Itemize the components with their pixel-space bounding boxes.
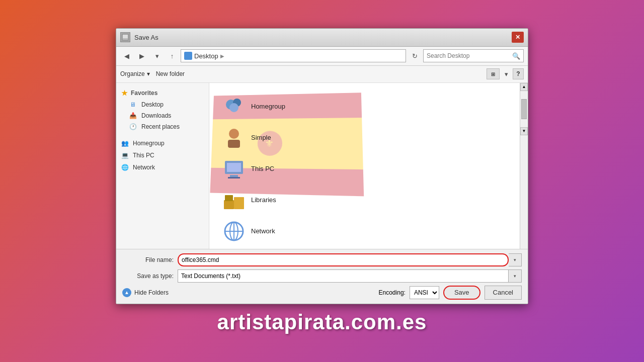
svg-rect-1 <box>123 35 128 38</box>
svg-rect-14 <box>227 163 241 172</box>
up-button[interactable]: ↑ <box>166 49 179 62</box>
view-icon: ⊞ <box>491 71 495 77</box>
file-name-input[interactable] <box>178 253 509 266</box>
sidebar: ★ Favorites 🖥 Desktop 📥 Downloads 🕐 Rece… <box>116 83 209 249</box>
favorites-header[interactable]: ★ Favorites <box>116 87 209 99</box>
network-icon: 🌐 <box>121 164 129 171</box>
breadcrumb[interactable]: Desktop ▶ <box>181 49 406 62</box>
file-list: ⚜ Homegroup <box>209 83 520 249</box>
file-item-label: This PC <box>251 165 274 172</box>
svg-rect-15 <box>230 175 238 177</box>
footer-row: ▲ Hide Folders Encoding: ANSI Save Cance… <box>122 286 522 300</box>
view-button[interactable]: ⊞ <box>487 68 500 79</box>
view-dropdown-button[interactable]: ▾ <box>502 67 511 80</box>
cancel-button[interactable]: Cancel <box>485 286 522 300</box>
navigation-toolbar: ◀ ▶ ▾ ↑ Desktop ▶ ↻ 🔍 <box>116 47 528 66</box>
desktop-icon: 🖥 <box>128 101 137 108</box>
encoding-section: Encoding: ANSI <box>379 286 439 299</box>
file-items-container: Homegroup Simple <box>214 88 515 249</box>
sidebar-item-label: Desktop <box>141 101 164 108</box>
scrollbar[interactable]: ▲ ▼ <box>520 83 528 249</box>
recent-icon: 🕐 <box>128 123 137 130</box>
action-bar: Organize ▾ New folder ⊞ ▾ ? <box>116 66 528 83</box>
save-button[interactable]: Save <box>443 286 480 300</box>
downloads-icon: 📥 <box>128 112 137 119</box>
sidebar-item-desktop[interactable]: 🖥 Desktop <box>116 99 209 110</box>
breadcrumb-icon <box>184 52 192 60</box>
save-type-dropdown[interactable]: ▾ <box>509 269 522 283</box>
sidebar-item-label: Downloads <box>141 112 171 119</box>
file-name-dropdown[interactable]: ▾ <box>509 253 522 266</box>
save-as-dialog: Save As ✕ ◀ ▶ ▾ ↑ Desktop ▶ ↻ 🔍 Organiz <box>116 28 528 304</box>
favorites-label: Favorites <box>131 89 157 97</box>
forward-button[interactable]: ▶ <box>135 49 148 62</box>
file-item-label: Homegroup <box>251 103 285 110</box>
thispc-icon: 💻 <box>121 152 129 159</box>
watermark: artistapirata.com.es <box>217 310 427 334</box>
scroll-up-button[interactable]: ▲ <box>520 83 528 91</box>
homegroup-file-icon <box>222 95 246 119</box>
svg-rect-18 <box>234 197 244 209</box>
star-icon: ★ <box>121 89 128 97</box>
hide-folders-label: Hide Folders <box>134 289 169 296</box>
encoding-select[interactable]: ANSI <box>410 286 439 299</box>
file-item-homegroup[interactable]: Homegroup <box>219 93 510 120</box>
save-type-row: Save as type: ▾ <box>122 269 522 283</box>
file-item-thispc[interactable]: This PC <box>219 155 510 183</box>
svg-rect-17 <box>224 200 234 209</box>
sidebar-item-recent[interactable]: 🕐 Recent places <box>116 121 209 132</box>
file-item-label: Simple <box>251 134 271 141</box>
save-type-input[interactable] <box>178 269 509 283</box>
action-bar-right: ⊞ ▾ ? <box>487 67 524 80</box>
nav-dropdown-button[interactable]: ▾ <box>150 49 164 62</box>
hide-folders-icon: ▲ <box>122 288 131 297</box>
scroll-thumb[interactable] <box>521 99 527 119</box>
title-bar: Save As ✕ <box>116 29 528 47</box>
new-folder-button[interactable]: New folder <box>156 70 185 77</box>
file-item-label: Libraries <box>251 196 276 204</box>
file-item-simple[interactable]: Simple <box>219 124 510 151</box>
search-input[interactable] <box>427 52 512 59</box>
search-bar[interactable]: 🔍 <box>423 49 524 62</box>
dialog-icon <box>120 32 130 42</box>
user-file-icon <box>222 126 246 150</box>
svg-rect-16 <box>228 177 240 178</box>
svg-point-11 <box>229 129 239 139</box>
help-button[interactable]: ? <box>513 68 524 79</box>
svg-rect-12 <box>228 140 240 148</box>
svg-rect-19 <box>225 195 233 201</box>
organize-label: Organize <box>120 70 145 77</box>
svg-point-10 <box>229 103 238 112</box>
sidebar-section-label: Homegroup <box>133 140 165 147</box>
sidebar-item-homegroup[interactable]: 👥 Homegroup <box>116 137 209 149</box>
sidebar-item-thispc[interactable]: 💻 This PC <box>116 149 209 161</box>
sidebar-item-network[interactable]: 🌐 Network <box>116 161 209 173</box>
sidebar-section-label: Network <box>133 164 155 171</box>
refresh-button[interactable]: ↻ <box>408 49 421 62</box>
file-item-label: Network <box>251 227 275 235</box>
search-icon[interactable]: 🔍 <box>512 52 520 60</box>
organize-arrow: ▾ <box>147 70 150 77</box>
homegroup-icon: 👥 <box>121 140 129 147</box>
sidebar-section-label: This PC <box>133 152 154 159</box>
dialog-title: Save As <box>134 34 158 41</box>
pc-file-icon <box>222 157 246 181</box>
bottom-area: File name: ▾ Save as type: ▾ ▲ Hide Fold… <box>116 249 528 304</box>
organize-button[interactable]: Organize ▾ <box>120 70 150 77</box>
libraries-file-icon <box>222 188 246 212</box>
file-item-network[interactable]: Network <box>219 218 510 245</box>
hide-folders-button[interactable]: ▲ Hide Folders <box>122 288 169 297</box>
file-item-libraries[interactable]: Libraries <box>219 187 510 214</box>
breadcrumb-path: Desktop <box>194 52 218 60</box>
network-file-icon <box>222 219 246 243</box>
title-bar-left: Save As <box>120 32 158 42</box>
close-button[interactable]: ✕ <box>512 32 524 43</box>
scroll-down-button[interactable]: ▼ <box>520 127 528 135</box>
back-button[interactable]: ◀ <box>120 49 133 62</box>
sidebar-item-label: Recent places <box>141 123 180 130</box>
encoding-label: Encoding: <box>379 289 406 296</box>
file-name-row: File name: ▾ <box>122 253 522 266</box>
save-type-label: Save as type: <box>122 273 178 280</box>
main-content: ★ Favorites 🖥 Desktop 📥 Downloads 🕐 Rece… <box>116 83 528 249</box>
sidebar-item-downloads[interactable]: 📥 Downloads <box>116 110 209 121</box>
